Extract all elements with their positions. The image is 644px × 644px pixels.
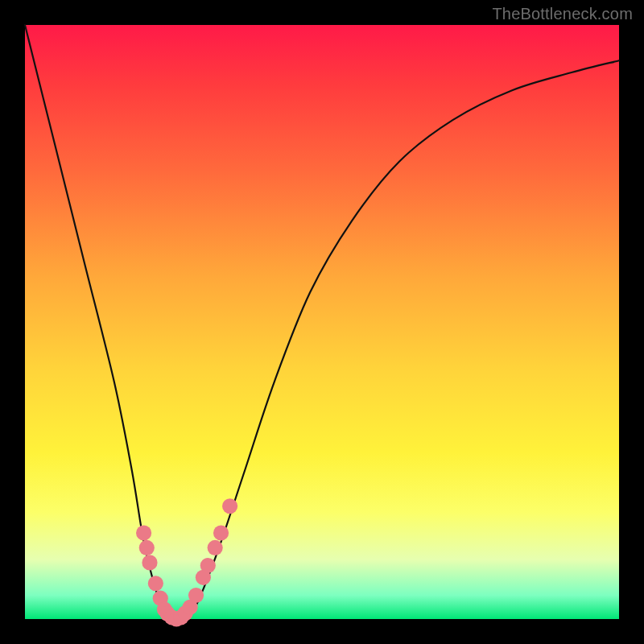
chart-svg <box>25 25 619 619</box>
curve-dot <box>200 558 216 573</box>
watermark-text: TheBottleneck.com <box>492 5 633 23</box>
curve-dot <box>213 525 229 540</box>
curve-dot <box>139 540 155 555</box>
curve-group <box>25 25 619 619</box>
bottleneck-curve <box>25 25 619 619</box>
curve-dot <box>148 576 163 591</box>
curve-dot <box>208 540 223 555</box>
curve-dot <box>222 498 237 514</box>
curve-dot <box>136 525 151 540</box>
curve-dot <box>142 555 157 570</box>
chart-frame: TheBottleneck.com <box>0 0 644 644</box>
curve-dots <box>136 498 237 626</box>
plot-area <box>25 25 619 619</box>
curve-dot <box>188 588 204 603</box>
